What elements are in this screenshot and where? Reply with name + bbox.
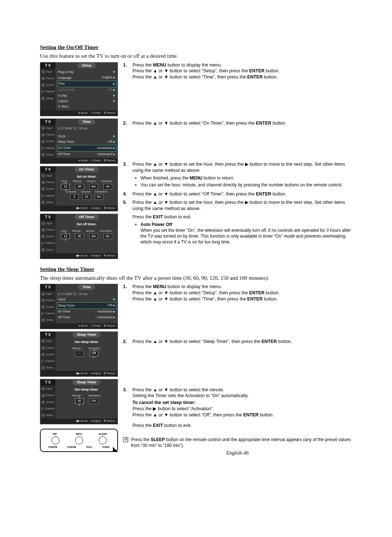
menu-row: Plug & Play▶ [57, 69, 116, 75]
instructions-on-off: 1. Press the MENU button to display the … [123, 62, 352, 259]
section-lead-sleep: The sleep timer automatically shuts off … [40, 274, 352, 282]
osd-sleep-1: T V Sleep Timer Input Picture Sound Chan… [40, 331, 118, 377]
chevron-icon: ➣ [134, 182, 138, 188]
channel-icon [41, 90, 43, 93]
instructions-sleep: 1. Press the MENU button to display the … [123, 284, 352, 457]
pip-button-icon [52, 436, 60, 444]
osd-tv-label: T V [40, 62, 56, 69]
chevron-icon: ➣ [134, 222, 138, 245]
osd-setup: T V Setup Input Picture Sound Channel Se… [40, 62, 118, 116]
note-icon: 🖑 [123, 437, 128, 442]
osd-time: T V Time Input Picture Sound Channel Set… [40, 118, 118, 164]
sleep-button-icon [99, 436, 107, 444]
setup-icon [41, 97, 45, 100]
picture-icon [41, 77, 45, 80]
chevron-icon: ➣ [134, 175, 138, 181]
osd-title: Setup [77, 63, 95, 68]
osd-sleep-2: T V Sleep Timer Input Picture Sound Chan… [40, 379, 118, 424]
osd-time-2: T V Time Input Picture Sound Channel Set… [40, 284, 118, 329]
section-title-on-off: Setting the On/Off Timer [40, 44, 352, 51]
updown-icon: ♦ [78, 111, 80, 115]
return-icon: Ⅲ [104, 111, 106, 115]
info-button-icon [75, 436, 83, 444]
sound-icon [41, 83, 45, 87]
remote-illustration: PIPINFOSLEEP P.MODES.MODESTILLP.SIZE [40, 429, 118, 452]
section-lead-on-off: Use this feature to set the TV to turn o… [40, 52, 352, 60]
osd-column-1: T V Setup Input Picture Sound Channel Se… [40, 62, 118, 259]
page-number: English-46 [123, 450, 352, 457]
osd-on-timer: T V On Timer Input Picture Sound Channel… [40, 166, 118, 211]
enter-icon: ⏎ [91, 111, 93, 115]
osd-off-timer: T V Off Timer Input Picture Sound Channe… [40, 214, 118, 259]
section-title-sleep: Setting the Sleep Timer [40, 266, 352, 273]
osd-column-2: T V Time Input Picture Sound Channel Set… [40, 284, 118, 457]
input-icon [41, 70, 45, 74]
